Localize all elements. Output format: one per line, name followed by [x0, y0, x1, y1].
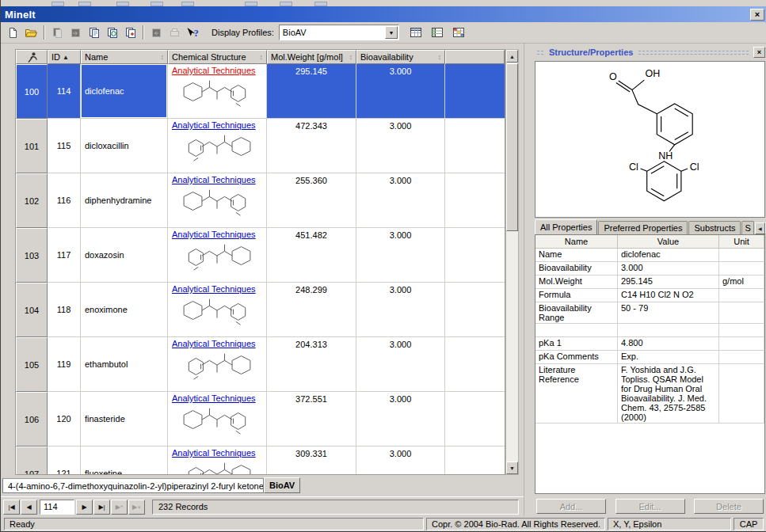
- property-unit-cell[interactable]: [719, 302, 764, 324]
- bioavailability-cell[interactable]: 3.000: [356, 173, 445, 228]
- property-name-cell[interactable]: Name: [535, 249, 618, 262]
- row-number-cell[interactable]: 103: [16, 228, 48, 283]
- property-value-cell[interactable]: Exp.: [618, 351, 719, 364]
- prop-column-unit[interactable]: Unit: [719, 235, 764, 249]
- row-number-cell[interactable]: 100: [16, 64, 48, 119]
- properties-tab[interactable]: All Properties: [535, 219, 597, 234]
- first-record-button[interactable]: |◀: [3, 500, 20, 515]
- column-header-mol-weight[interactable]: Mol.Weight [g/mol] ↕: [267, 50, 356, 64]
- sort-toggle-icon[interactable]: ↕: [438, 53, 442, 61]
- scroll-up-icon[interactable]: ▲: [506, 50, 518, 63]
- analytical-techniques-link[interactable]: Analytical Techniques: [172, 230, 256, 239]
- bioavailability-cell[interactable]: 3.000: [356, 64, 445, 119]
- analytical-techniques-link[interactable]: Analytical Techniques: [172, 120, 256, 130]
- panel-close-button[interactable]: ×: [753, 47, 765, 58]
- name-cell[interactable]: enoximone: [81, 283, 168, 337]
- sort-toggle-icon[interactable]: ↕: [260, 53, 264, 61]
- scroll-down-icon[interactable]: ▼: [506, 462, 518, 474]
- property-name-cell[interactable]: Mol.Weight: [535, 276, 618, 289]
- property-unit-cell[interactable]: [719, 337, 764, 351]
- name-cell[interactable]: doxazosin: [81, 228, 168, 283]
- id-cell[interactable]: 115: [48, 119, 81, 173]
- combo-dropdown-icon[interactable]: ▼: [385, 26, 398, 39]
- structure-cell[interactable]: Analytical Techniques: [168, 392, 267, 446]
- row-number-cell[interactable]: 102: [16, 173, 48, 228]
- property-row[interactable]: pKa Comments Exp.: [535, 351, 764, 364]
- property-value-cell[interactable]: 50 - 79: [618, 302, 719, 324]
- property-value-cell[interactable]: 3.000: [618, 262, 719, 276]
- table-row[interactable]: 101 115 dicloxacillin Analytical Techniq…: [16, 119, 505, 173]
- table-row[interactable]: 105 119 ethambutol Analytical Techniques: [16, 337, 505, 392]
- id-cell[interactable]: 116: [48, 173, 81, 228]
- previous-record-button[interactable]: ◀: [21, 500, 37, 515]
- pane-splitter[interactable]: [524, 44, 533, 516]
- scrollbar-thumb[interactable]: [506, 63, 518, 231]
- name-cell[interactable]: fluoxetine: [81, 446, 168, 475]
- mol-weight-cell[interactable]: 248.299: [267, 283, 356, 337]
- mol-weight-cell[interactable]: 204.313: [267, 337, 356, 392]
- colored-table-view-icon[interactable]: [450, 24, 468, 41]
- profile-table-view-icon[interactable]: [429, 24, 447, 41]
- property-value-cell[interactable]: 295.145: [618, 276, 719, 289]
- table-row[interactable]: 103 117 doxazosin Analytical Techniques: [16, 228, 505, 283]
- bioavailability-cell[interactable]: 3.000: [356, 392, 445, 446]
- structure-cell[interactable]: Analytical Techniques: [168, 337, 267, 392]
- property-unit-cell[interactable]: g/mol: [719, 276, 764, 289]
- property-unit-cell[interactable]: [719, 324, 764, 337]
- property-row[interactable]: Literature Reference F. Yoshida and J.G.…: [535, 364, 764, 424]
- next-record-button[interactable]: ▶: [76, 500, 93, 515]
- table-vertical-scrollbar[interactable]: ▲ ▼: [505, 49, 519, 475]
- sort-toggle-icon[interactable]: ↕: [161, 53, 165, 61]
- property-value-cell[interactable]: diclofenac: [618, 249, 719, 262]
- sheet-tab[interactable]: BioAV: [264, 477, 300, 493]
- structure-cell[interactable]: Analytical Techniques: [168, 119, 267, 173]
- corner-header-cell[interactable]: [16, 50, 48, 64]
- property-value-cell[interactable]: 4.800: [618, 337, 719, 351]
- mol-weight-cell[interactable]: 472.343: [267, 119, 356, 173]
- window-close-button[interactable]: ×: [750, 9, 764, 21]
- property-value-cell[interactable]: [618, 324, 719, 337]
- table-row[interactable]: 100 114 diclofenac Analytical Techniques: [16, 64, 505, 119]
- mol-weight-cell[interactable]: 451.482: [267, 228, 356, 283]
- row-number-cell[interactable]: 101: [16, 119, 48, 173]
- property-row[interactable]: pKa 1 4.800: [535, 337, 764, 351]
- property-row[interactable]: Bioavailability 3.000: [535, 262, 764, 276]
- table-row[interactable]: 104 118 enoximone Analytical Techniques: [16, 283, 505, 337]
- row-number-cell[interactable]: 107: [16, 446, 48, 475]
- row-number-cell[interactable]: 104: [16, 283, 48, 337]
- open-folder-icon[interactable]: [22, 24, 40, 41]
- name-cell[interactable]: diphenhydramine: [81, 173, 168, 228]
- column-header-bioavailability[interactable]: Bioavailability ↕: [356, 50, 445, 64]
- record-number-input[interactable]: [40, 500, 74, 515]
- properties-tab[interactable]: Substructs: [688, 221, 741, 234]
- property-unit-cell[interactable]: [719, 262, 764, 276]
- property-name-cell[interactable]: Literature Reference: [535, 364, 618, 424]
- name-cell[interactable]: ethambutol: [81, 337, 168, 392]
- property-value-cell[interactable]: F. Yoshida and J.G. Topliss. QSAR Model …: [618, 364, 719, 424]
- bioavailability-cell[interactable]: 3.000: [356, 119, 445, 173]
- last-record-button[interactable]: ▶|: [93, 500, 110, 515]
- prop-column-value[interactable]: Value: [618, 235, 719, 249]
- property-name-cell[interactable]: Bioavailability Range: [535, 302, 618, 324]
- column-header-id[interactable]: ID ▲: [48, 50, 81, 64]
- caption-grip[interactable]: [638, 51, 749, 55]
- table-row[interactable]: 107 121 fluoxetine Analytical Techniques: [16, 446, 505, 475]
- copy-structure-icon[interactable]: [103, 24, 121, 41]
- analytical-techniques-link[interactable]: Analytical Techniques: [172, 284, 256, 294]
- table-row[interactable]: 106 120 finasteride Analytical Technique…: [16, 392, 505, 446]
- analytical-techniques-link[interactable]: Analytical Techniques: [172, 66, 256, 75]
- name-cell[interactable]: finasteride: [81, 392, 168, 446]
- analytical-techniques-link[interactable]: Analytical Techniques: [172, 393, 256, 403]
- properties-tab[interactable]: S: [741, 221, 753, 234]
- id-cell[interactable]: 114: [48, 64, 81, 119]
- mol-weight-cell[interactable]: 255.360: [267, 173, 356, 228]
- column-header-name[interactable]: Name ↕: [81, 50, 168, 64]
- bioavailability-cell[interactable]: 3.000: [356, 283, 445, 337]
- property-row[interactable]: Bioavailability Range 50 - 79: [535, 302, 764, 324]
- bioavailability-cell[interactable]: 3.000: [356, 228, 445, 283]
- prop-column-name[interactable]: Name: [535, 235, 618, 249]
- mol-weight-cell[interactable]: 295.145: [267, 64, 356, 119]
- property-name-cell[interactable]: Formula: [535, 289, 618, 302]
- property-unit-cell[interactable]: [719, 289, 764, 302]
- property-name-cell[interactable]: Bioavailability: [535, 262, 618, 276]
